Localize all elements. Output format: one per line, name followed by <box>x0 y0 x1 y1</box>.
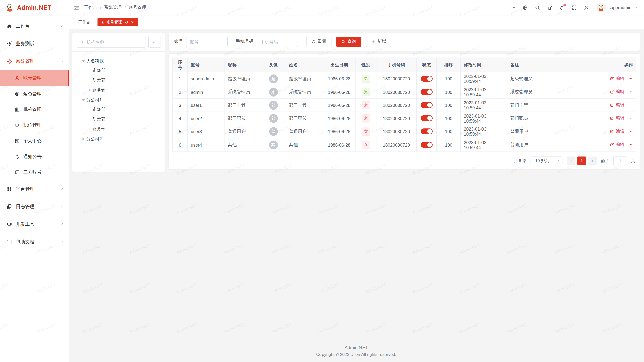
caret-icon[interactable] <box>81 59 85 63</box>
edit-button[interactable]: 编辑 <box>610 142 624 148</box>
fullscreen-icon[interactable] <box>571 5 577 11</box>
tree-node-6[interactable]: 研发部 <box>76 114 161 124</box>
status-toggle[interactable] <box>421 89 433 95</box>
tree-node-7[interactable]: 财务部 <box>76 124 161 134</box>
sidebar-item-doc[interactable]: 帮助文档 <box>0 233 69 250</box>
status-toggle[interactable] <box>421 115 433 121</box>
edit-button[interactable]: 编辑 <box>610 76 624 81</box>
sidebar-subitem-label: 账号管理 <box>23 75 42 81</box>
query-label: 查询 <box>347 39 356 45</box>
breadcrumb-item[interactable]: 系统管理 <box>104 5 122 11</box>
tree-node-8[interactable]: 分公司2 <box>76 134 161 144</box>
notification-badge <box>564 4 566 6</box>
row-more-button[interactable] <box>628 103 633 108</box>
sidebar-item-gear[interactable]: 系统管理 <box>0 53 69 70</box>
breadcrumb-item[interactable]: 工作台 <box>84 5 97 11</box>
cell-gender: 女 <box>355 125 376 138</box>
page-size-value: 10条/页 <box>535 158 549 164</box>
cell-phone: 18020030720 <box>376 72 417 85</box>
sidebar-subitem-bell[interactable]: 通知公告 <box>0 149 69 164</box>
edit-button[interactable]: 编辑 <box>610 128 624 134</box>
font-size-icon[interactable] <box>510 5 516 11</box>
cell-account: user1 <box>188 99 225 112</box>
tab-refresh-icon[interactable] <box>124 20 128 24</box>
app-logo-icon <box>5 3 15 12</box>
row-more-button[interactable] <box>628 116 633 121</box>
sidebar-item-grid[interactable]: 平台管理 <box>0 180 69 198</box>
query-button[interactable]: 查询 <box>336 37 361 47</box>
sidebar-subitem-chat[interactable]: 三方账号 <box>0 164 69 180</box>
sidebar-subitem-position[interactable]: 职位管理 <box>0 117 69 133</box>
cell-nickname: 超级管理员 <box>225 72 261 85</box>
goto-page-input[interactable] <box>613 157 627 165</box>
tree-node-3[interactable]: 财务部 <box>76 85 161 95</box>
sidebar-subitem-role[interactable]: 角色管理 <box>0 86 69 102</box>
app-root: Admin.NETAdmin.NETAdmin.NETAdmin.NETAdmi… <box>0 0 644 362</box>
cell-birthdate: 1986-06-28 <box>323 138 355 151</box>
search-icon[interactable] <box>535 5 540 11</box>
caret-icon[interactable] <box>81 137 85 141</box>
tree-node-1[interactable]: 市场部 <box>76 66 161 75</box>
username: superadmin <box>609 5 631 10</box>
user-menu[interactable]: superadmin <box>596 3 638 12</box>
prev-page-button[interactable] <box>567 157 576 165</box>
tab-close-icon[interactable] <box>130 20 134 24</box>
cell-name: 超级管理员 <box>286 72 323 85</box>
row-more-button[interactable] <box>628 142 633 147</box>
sidebar-item-logs[interactable]: 日志管理 <box>0 198 69 215</box>
breadcrumb-item[interactable]: 账号管理 <box>129 5 146 11</box>
edit-icon <box>610 142 614 147</box>
page-size-select[interactable]: 10条/页 <box>531 157 563 165</box>
account-filter-input[interactable] <box>186 37 228 47</box>
caret-icon[interactable] <box>81 98 85 102</box>
tree-node-label: 大名科技 <box>86 58 104 64</box>
status-toggle[interactable] <box>421 128 433 134</box>
collapse-sidebar-icon[interactable] <box>74 5 80 11</box>
caret-icon[interactable] <box>88 88 92 92</box>
page-1-button[interactable]: 1 <box>577 157 586 165</box>
doc-icon <box>6 239 12 245</box>
next-page-button[interactable] <box>588 157 597 165</box>
edit-button[interactable]: 编辑 <box>610 102 624 108</box>
sidebar-item-home[interactable]: 工作台 <box>0 17 69 35</box>
row-actions: 编辑 <box>610 89 633 95</box>
app-logo: Admin.NET <box>0 0 69 15</box>
status-toggle[interactable] <box>421 76 433 82</box>
tab-0[interactable]: 工作台 <box>74 18 94 26</box>
tree-node-label: 财务部 <box>93 87 106 93</box>
tab-active-dot-icon <box>101 21 104 24</box>
reset-button[interactable]: 重置 <box>306 37 332 47</box>
user-outline-icon[interactable] <box>584 5 589 11</box>
row-more-button[interactable] <box>628 89 633 94</box>
status-toggle[interactable] <box>421 142 433 148</box>
cell-name: 其他 <box>286 138 323 151</box>
row-more-button[interactable] <box>628 76 633 81</box>
caret-placeholder <box>88 127 92 131</box>
row-more-button[interactable] <box>628 129 633 134</box>
tree-node-5[interactable]: 市场部 <box>76 105 161 114</box>
language-icon[interactable] <box>522 5 528 11</box>
org-more-button[interactable] <box>148 37 161 48</box>
tree-node-2[interactable]: 研发部 <box>76 75 161 85</box>
theme-icon[interactable] <box>547 5 553 11</box>
tree-node-0[interactable]: 大名科技 <box>76 56 161 66</box>
tree-node-4[interactable]: 分公司1 <box>76 95 161 105</box>
sidebar-subitem-org[interactable]: 机构管理 <box>0 102 69 117</box>
role-icon <box>15 91 20 96</box>
sidebar-subitem-label: 个人中心 <box>23 138 42 144</box>
cell-status <box>417 72 437 85</box>
notification-bell-icon[interactable] <box>559 5 565 11</box>
chevron-down-icon <box>60 240 64 244</box>
sidebar-subitem-user[interactable]: 账号管理 <box>0 70 69 86</box>
sidebar-item-send[interactable]: 业务测试 <box>0 35 69 53</box>
sidebar-item-cpu[interactable]: 开发工具 <box>0 215 69 233</box>
edit-button[interactable]: 编辑 <box>610 115 624 121</box>
phone-filter-input[interactable] <box>257 37 298 47</box>
edit-button[interactable]: 编辑 <box>610 89 624 95</box>
table-row: 4user2部门职员部部门职员1986-06-28女18020030720100… <box>173 112 636 125</box>
add-button[interactable]: 新增 <box>366 37 391 47</box>
sidebar-subitem-profile[interactable]: 个人中心 <box>0 133 69 149</box>
org-search-input[interactable] <box>76 37 146 48</box>
tab-1[interactable]: 账号管理 <box>97 18 138 26</box>
status-toggle[interactable] <box>421 102 433 108</box>
